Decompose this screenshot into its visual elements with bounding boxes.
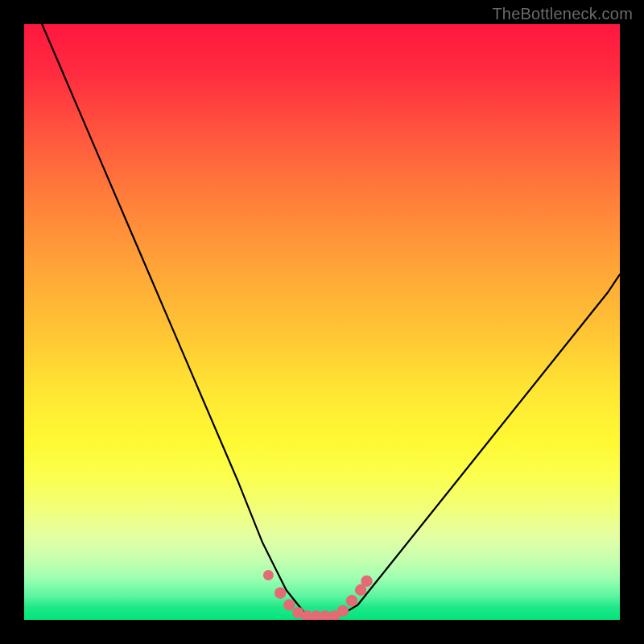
bottleneck-curve xyxy=(42,24,620,617)
marker-dot xyxy=(337,605,349,617)
marker-dot xyxy=(346,595,357,606)
chart-plot-area xyxy=(24,24,620,620)
marker-dot xyxy=(283,599,295,610)
marker-dot xyxy=(275,588,286,599)
chart-svg-layer xyxy=(24,24,620,620)
marker-dot xyxy=(361,576,372,587)
watermark-text: TheBottleneck.com xyxy=(492,5,633,23)
marker-dot xyxy=(263,570,274,580)
